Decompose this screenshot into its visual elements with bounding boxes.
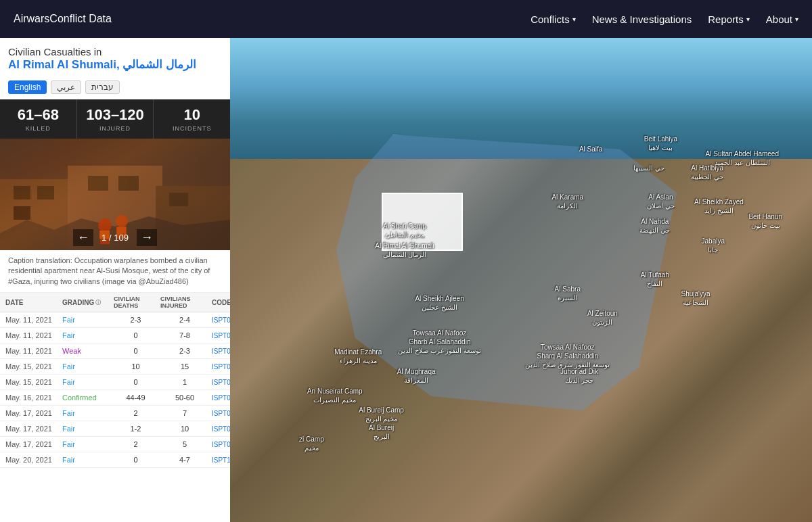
main-nav: Conflicts ▾ News & Investigations Report… [531,14,798,25]
map-label-sheikh_ajleen: Al Sheikh Ajleenالشيخ عجلين [415,294,464,312]
map-label-zeitoun: Al Zeitounالزيتون [587,309,618,327]
row-deaths: 2 [114,440,158,448]
row-code[interactable]: ISPT094 → [212,425,230,433]
nav-news[interactable]: News & Investigations [592,14,692,25]
row-injured: 15 [160,362,209,371]
row-grading: Fair [62,378,111,386]
row-code[interactable]: ISPT068 → [212,363,230,371]
row-code[interactable]: ISPT007 → [212,316,230,324]
row-deaths: 0 [114,331,158,339]
left-panel: Civilian Casualties in Al Rimal Al Shuma… [0,38,230,522]
row-code[interactable]: ISPT075 → [212,379,230,386]
svg-rect-8 [118,176,139,191]
row-grading: Fair [62,409,111,417]
image-caption: Caption translation: Occupation warplane… [0,250,230,293]
table-row[interactable]: May. 11, 2021 Fair 0 7-8 ISPT008 → [0,328,230,343]
site-logo[interactable]: Airwars [14,13,49,25]
chevron-down-icon: ▾ [746,16,750,23]
map-label-juhor: Juhor ad Dikجحر الديك [560,367,598,385]
carousel-next[interactable]: → [137,229,157,246]
row-grading: Fair [62,456,111,464]
table-row[interactable]: May. 20, 2021 Fair 0 4-7 ISPT124 → [0,452,230,468]
table-row[interactable]: May. 16, 2021 Confirmed 44-49 50-60 ISPT… [0,390,230,406]
table-row[interactable]: May. 11, 2021 Weak 0 2-3 ISPT011 → [0,343,230,359]
nav-about[interactable]: About ▾ [766,14,798,25]
map-label-towsaa_east: Towsaa Al NafoozSharq Al Salahaddinتوسعة… [525,343,610,369]
row-injured: 7 [160,409,209,417]
row-code[interactable]: ISPT082 → [212,394,230,402]
incidents-label: INCIDENTS [159,125,225,132]
lang-hebrew[interactable]: עברית [85,80,120,94]
row-code[interactable]: ISPT011 → [212,348,230,355]
map-label-azi_camp: zi Campمخيم [299,435,324,452]
map-label-tufaah: Al Tufaahالتفاح [641,270,669,288]
map-label-nahda: Al Nahdaحي النهضة [639,217,670,235]
row-date: May. 11, 2021 [5,331,60,339]
svg-rect-5 [37,186,54,199]
map-label-sultan: Al Sultan Abdel Hameedالسلطان عبد الحميد [706,149,779,167]
table-row[interactable]: May. 11, 2021 Fair 2-3 2-4 ISPT007 → [0,312,230,328]
map-label-towsaa_west: Towsaa Al NafoozGharb Al Salahaddinتوسعة… [398,329,481,355]
injured-label: INJURED [83,125,148,132]
info-icon: ⓘ [95,299,101,306]
svg-rect-6 [14,206,30,220]
svg-point-13 [116,215,128,227]
row-deaths: 10 [114,362,158,371]
row-date: May. 15, 2021 [5,362,60,371]
map-label-rimal: Al Rimal Al Shumaliالرمال الشمالي [375,241,434,259]
row-code[interactable]: ISPT092 → [212,410,230,417]
carousel-nav: ← 1 / 109 → [0,229,230,246]
map-label-sabra: Al Sabraالسبرة [555,285,581,302]
row-date: May. 17, 2021 [5,409,60,417]
row-date: May. 16, 2021 [5,394,60,402]
row-date: May. 15, 2021 [5,378,60,386]
row-grading: Fair [62,362,111,371]
carousel-prev[interactable]: ← [73,229,93,246]
row-date: May. 20, 2021 [5,456,60,464]
table-row[interactable]: May. 15, 2021 Fair 10 15 ISPT068 → [0,359,230,375]
row-date: May. 17, 2021 [5,440,60,448]
row-injured: 5 [160,440,209,448]
row-grading: Fair [62,440,111,448]
row-code[interactable]: ISPT008 → [212,332,230,339]
nav-reports[interactable]: Reports ▾ [708,14,750,25]
map-label-sheikh_zayed: Al Sheikh Zayedالشيخ زايد [694,197,744,215]
panel-header: Civilian Casualties in Al Rimal Al Shuma… [0,38,230,75]
lang-arabic[interactable]: عربي [51,80,81,94]
table-header: DATE GRADING ⓘ CIVILIAN DEATHS CIVILIANS… [0,293,230,312]
row-deaths: 44-49 [114,394,158,402]
row-code[interactable]: ISPT124 → [212,456,230,464]
row-injured: 2-3 [160,347,209,355]
svg-rect-7 [88,176,108,191]
row-code[interactable]: ISPT098 → [212,441,230,448]
carousel-counter: 1 / 109 [102,233,129,243]
lang-english[interactable]: English [8,80,47,94]
row-injured: 1 [160,378,209,386]
table-row[interactable]: May. 17, 2021 Fair 2 7 ISPT092 → [0,406,230,421]
header: Airwars Conflict Data Conflicts ▾ News &… [0,0,812,38]
row-grading: Confirmed [62,394,111,402]
map-label-saifa: Al Saifa [579,145,602,153]
incidents-value: 10 [159,106,225,124]
row-grading: Fair [62,316,111,324]
map-area[interactable]: Al SaifaBeit Lahiyaبيت لاهياحي السيبهاAl… [230,38,812,522]
row-grading: Fair [62,331,111,339]
row-injured: 50-60 [160,394,209,402]
th-date: DATE [5,295,60,309]
table-row[interactable]: May. 17, 2021 Fair 2 5 ISPT098 → [0,437,230,452]
row-date: May. 11, 2021 [5,347,60,355]
language-selector: English عربي עברית [8,80,222,94]
map-label-hay_sibha: حي السيبها [633,164,664,172]
row-injured: 7-8 [160,331,209,339]
table-row[interactable]: May. 15, 2021 Fair 0 1 ISPT075 → [0,375,230,390]
map-label-aslan: Al Aslanحي اصلان [647,193,675,210]
map-background: Al SaifaBeit Lahiyaبيت لاهياحي السيبهاAl… [230,38,812,522]
chevron-down-icon: ▾ [795,16,798,23]
table-row[interactable]: May. 17, 2021 Fair 1-2 10 ISPT094 → [0,421,230,437]
sea-area [230,38,812,159]
map-label-shatı_camp: Al Shati Campمخيم الشاطئ [383,222,426,239]
injured-value: 103–120 [83,106,148,124]
nav-conflicts[interactable]: Conflicts ▾ [531,14,576,25]
map-label-beit_lahiya: Beit Lahiyaبيت لاهيا [644,135,677,152]
svg-rect-9 [169,193,188,206]
